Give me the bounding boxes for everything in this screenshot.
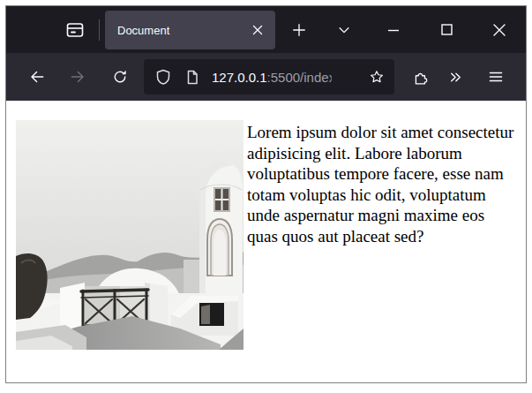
new-tab-icon xyxy=(290,21,308,39)
maximize-icon xyxy=(441,24,453,35)
santorini-photo xyxy=(16,120,244,350)
forward-arrow-icon xyxy=(69,68,86,86)
browser-window: Document xyxy=(5,5,527,383)
tab-document[interactable]: Document xyxy=(105,11,275,49)
page-info-icon[interactable] xyxy=(185,70,199,85)
list-all-tabs-button[interactable] xyxy=(330,16,358,44)
tab-strip: Document xyxy=(6,6,526,53)
navigation-toolbar: 127.0.0.1:5500/index xyxy=(6,53,526,101)
extensions-button[interactable] xyxy=(405,62,435,92)
app-menu-button[interactable] xyxy=(481,62,511,92)
window-minimize-button[interactable] xyxy=(372,6,415,53)
window-maximize-button[interactable] xyxy=(425,6,468,53)
shield-icon[interactable] xyxy=(155,69,171,85)
tab-list-chevron-icon xyxy=(336,22,352,38)
new-tab-button[interactable] xyxy=(285,16,313,44)
back-arrow-icon xyxy=(28,68,46,86)
url-fade-overlay xyxy=(329,63,357,91)
window-close-button[interactable] xyxy=(478,6,521,53)
body-paragraph: Lorem ipsum dolor sit amet consectetur a… xyxy=(247,122,517,246)
reload-button[interactable] xyxy=(105,62,135,92)
overflow-menu-button[interactable] xyxy=(440,62,470,92)
url-host: 127.0.0.1 xyxy=(212,70,267,85)
window-close-icon xyxy=(492,23,506,37)
menu-hamburger-icon xyxy=(488,69,504,85)
url-path: :5500/index xyxy=(267,70,332,85)
minimize-icon xyxy=(387,25,400,35)
reload-icon xyxy=(111,68,129,86)
tab-separator xyxy=(99,19,100,41)
bookmark-star-icon xyxy=(369,69,385,85)
firefox-view-icon xyxy=(65,20,85,40)
address-bar[interactable]: 127.0.0.1:5500/index xyxy=(144,59,394,94)
forward-button[interactable] xyxy=(63,62,93,92)
tab-close-button[interactable] xyxy=(247,19,268,41)
tab-title: Document xyxy=(117,24,247,37)
firefox-view-button[interactable] xyxy=(61,16,89,44)
tab-close-icon xyxy=(252,25,263,35)
bookmark-button[interactable] xyxy=(363,64,390,90)
url-text[interactable]: 127.0.0.1:5500/index xyxy=(212,70,332,85)
back-button[interactable] xyxy=(22,62,52,92)
page-content: Lorem ipsum dolor sit amet consectetur a… xyxy=(6,101,526,382)
extensions-puzzle-icon xyxy=(411,68,429,86)
overflow-chevrons-icon xyxy=(447,69,464,86)
